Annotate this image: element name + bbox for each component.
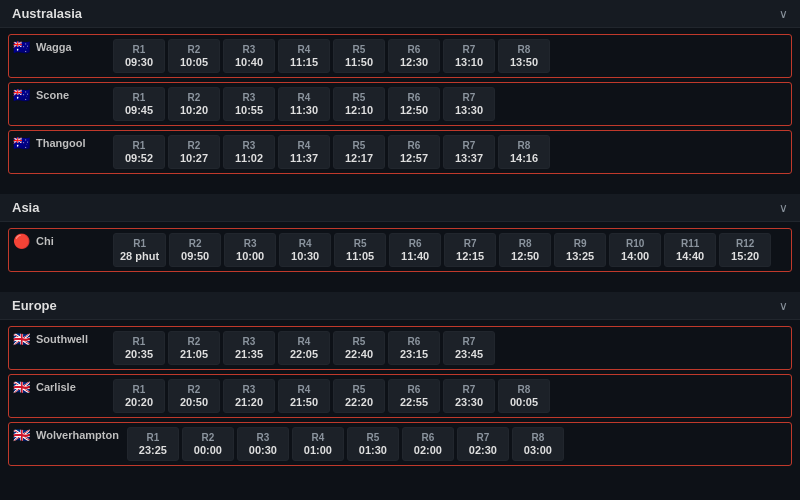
round-cell[interactable]: R702:30 xyxy=(457,427,509,461)
round-label: R8 xyxy=(506,238,544,249)
venue-info: 🔴Chi xyxy=(13,233,113,249)
round-cell[interactable]: R310:00 xyxy=(224,233,276,267)
round-cell[interactable]: R723:45 xyxy=(443,331,495,365)
round-cell[interactable]: R623:15 xyxy=(388,331,440,365)
round-cell[interactable]: R109:45 xyxy=(113,87,165,121)
section-australasia: Australasia∨🇦🇺WaggaR109:30R210:05R310:40… xyxy=(0,0,800,184)
round-cell[interactable]: R422:05 xyxy=(278,331,330,365)
round-cell[interactable]: R411:15 xyxy=(278,39,330,73)
round-label: R7 xyxy=(451,238,489,249)
round-time: 10:40 xyxy=(230,56,268,68)
venue-row: 🔴ChiR128 phutR209:50R310:00R410:30R511:0… xyxy=(8,228,792,272)
round-cell[interactable]: R713:10 xyxy=(443,39,495,73)
round-cell[interactable]: R913:25 xyxy=(554,233,606,267)
round-time: 21:05 xyxy=(175,348,213,360)
round-cell[interactable]: R723:30 xyxy=(443,379,495,413)
round-label: R4 xyxy=(286,238,324,249)
round-cell[interactable]: R800:05 xyxy=(498,379,550,413)
round-cell[interactable]: R814:16 xyxy=(498,135,550,169)
round-time: 12:10 xyxy=(340,104,378,116)
chevron-down-icon: ∨ xyxy=(779,299,788,313)
round-label: R1 xyxy=(120,336,158,347)
round-cell[interactable]: R210:20 xyxy=(168,87,220,121)
round-label: R1 xyxy=(120,140,158,151)
round-label: R7 xyxy=(450,336,488,347)
section-asia: Asia∨🔴ChiR128 phutR209:50R310:00R410:30R… xyxy=(0,194,800,282)
round-label: R7 xyxy=(450,140,488,151)
venue-name: Southwell xyxy=(36,333,88,345)
round-cell[interactable]: R410:30 xyxy=(279,233,331,267)
round-cell[interactable]: R512:10 xyxy=(333,87,385,121)
venue-info: 🇦🇺Thangool xyxy=(13,135,113,151)
round-cell[interactable]: R622:55 xyxy=(388,379,440,413)
round-cell[interactable]: R109:30 xyxy=(113,39,165,73)
round-label: R7 xyxy=(464,432,502,443)
venue-info: 🇦🇺Wagga xyxy=(13,39,113,55)
round-cell[interactable]: R321:35 xyxy=(223,331,275,365)
round-cell[interactable]: R120:35 xyxy=(113,331,165,365)
round-cell[interactable]: R128 phut xyxy=(113,233,166,267)
round-time: 11:50 xyxy=(340,56,378,68)
section-title-europe: Europe xyxy=(12,298,57,313)
round-cell[interactable]: R512:17 xyxy=(333,135,385,169)
section-header-europe[interactable]: Europe∨ xyxy=(0,292,800,320)
round-cell[interactable]: R411:37 xyxy=(278,135,330,169)
round-label: R1 xyxy=(120,384,158,395)
round-cell[interactable]: R713:37 xyxy=(443,135,495,169)
round-cell[interactable]: R511:50 xyxy=(333,39,385,73)
round-cell[interactable]: R321:20 xyxy=(223,379,275,413)
round-label: R2 xyxy=(175,92,213,103)
section-header-australasia[interactable]: Australasia∨ xyxy=(0,0,800,28)
venue-name: Wolverhampton xyxy=(36,429,119,441)
round-cell[interactable]: R421:50 xyxy=(278,379,330,413)
round-label: R2 xyxy=(176,238,214,249)
round-cell[interactable]: R109:52 xyxy=(113,135,165,169)
round-cell[interactable]: R310:40 xyxy=(223,39,275,73)
round-cell[interactable]: R123:25 xyxy=(127,427,179,461)
rounds-grid: R128 phutR209:50R310:00R410:30R511:05R61… xyxy=(113,233,787,267)
round-cell[interactable]: R310:55 xyxy=(223,87,275,121)
round-cell[interactable]: R210:27 xyxy=(168,135,220,169)
round-time: 10:05 xyxy=(175,56,213,68)
round-cell[interactable]: R812:50 xyxy=(499,233,551,267)
round-cell[interactable]: R501:30 xyxy=(347,427,399,461)
round-cell[interactable]: R1114:40 xyxy=(664,233,716,267)
round-cell[interactable]: R611:40 xyxy=(389,233,441,267)
round-cell[interactable]: R200:00 xyxy=(182,427,234,461)
round-cell[interactable]: R602:00 xyxy=(402,427,454,461)
round-label: R5 xyxy=(340,336,378,347)
round-cell[interactable]: R311:02 xyxy=(223,135,275,169)
round-cell[interactable]: R522:40 xyxy=(333,331,385,365)
round-cell[interactable]: R803:00 xyxy=(512,427,564,461)
round-cell[interactable]: R411:30 xyxy=(278,87,330,121)
round-cell[interactable]: R712:15 xyxy=(444,233,496,267)
round-time: 12:57 xyxy=(395,152,433,164)
chevron-down-icon: ∨ xyxy=(779,201,788,215)
rounds-grid: R109:30R210:05R310:40R411:15R511:50R612:… xyxy=(113,39,787,73)
round-cell[interactable]: R713:30 xyxy=(443,87,495,121)
round-cell[interactable]: R612:50 xyxy=(388,87,440,121)
round-cell[interactable]: R401:00 xyxy=(292,427,344,461)
round-cell[interactable]: R522:20 xyxy=(333,379,385,413)
section-header-asia[interactable]: Asia∨ xyxy=(0,194,800,222)
round-cell[interactable]: R209:50 xyxy=(169,233,221,267)
round-cell[interactable]: R221:05 xyxy=(168,331,220,365)
round-time: 10:30 xyxy=(286,250,324,262)
venue-row: 🇬🇧WolverhamptonR123:25R200:00R300:30R401… xyxy=(8,422,792,466)
round-cell[interactable]: R612:57 xyxy=(388,135,440,169)
round-cell[interactable]: R813:50 xyxy=(498,39,550,73)
round-cell[interactable]: R210:05 xyxy=(168,39,220,73)
round-label: R3 xyxy=(230,92,268,103)
round-time: 09:30 xyxy=(120,56,158,68)
round-label: R6 xyxy=(395,384,433,395)
round-cell[interactable]: R220:50 xyxy=(168,379,220,413)
round-time: 00:00 xyxy=(189,444,227,456)
round-cell[interactable]: R300:30 xyxy=(237,427,289,461)
round-cell[interactable]: R511:05 xyxy=(334,233,386,267)
round-cell[interactable]: R1215:20 xyxy=(719,233,771,267)
round-label: R1 xyxy=(120,238,159,249)
round-cell[interactable]: R120:20 xyxy=(113,379,165,413)
round-cell[interactable]: R1014:00 xyxy=(609,233,661,267)
round-cell[interactable]: R612:30 xyxy=(388,39,440,73)
round-time: 13:50 xyxy=(505,56,543,68)
